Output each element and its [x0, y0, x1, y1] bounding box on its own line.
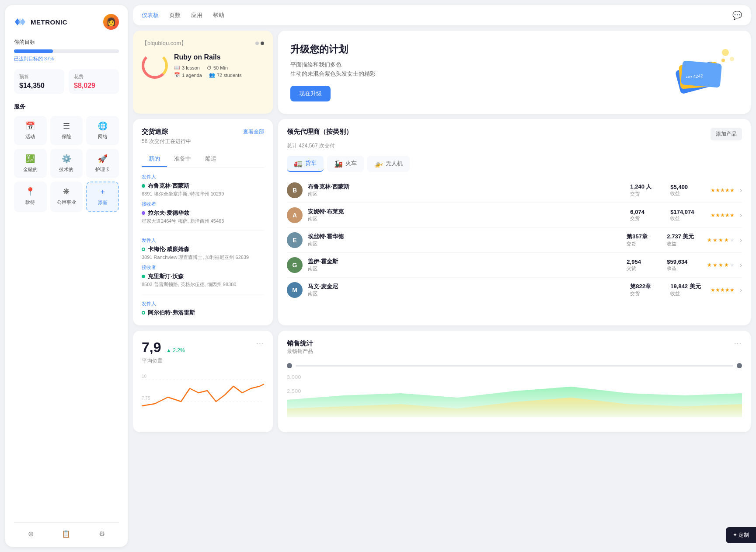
- slider-left-thumb[interactable]: [287, 363, 292, 368]
- dot-1: [255, 42, 259, 45]
- receiver-name-2: 克里斯汀·沃森: [142, 273, 264, 280]
- tab-truck[interactable]: 🚛 货车: [287, 156, 324, 172]
- tab-drone[interactable]: 🚁 无人机: [367, 156, 410, 172]
- stat-card-header: 7,9 ▲ 2.2% ···: [142, 339, 264, 356]
- service-name-tech: 技术的: [59, 166, 73, 173]
- agent-stat-trans-1: 1,240 人 交货: [630, 183, 665, 197]
- insurance-icon: ☰: [63, 121, 70, 131]
- agent-stat-trans-5: 第822章 交货: [630, 283, 665, 297]
- agents-card: 领先代理商（按类别） 添加产品 总计 424,567 次交付 🚛 货车 🚂 火车…: [278, 119, 751, 325]
- agents-title-text: 领先代理商（按类别）: [287, 128, 352, 136]
- tab-shipping[interactable]: 船运: [198, 151, 223, 167]
- upgrade-visual: •••• 4242: [669, 44, 739, 101]
- upgrade-card: 升级您的计划 平面描绘和我们多色 生动的未混合紫色头发女士的精彩 现在升级 ••…: [278, 31, 751, 114]
- delivery-card: 交货追踪 查看全部 56 次交付正在进行中 新的 准备中 船运 发件人 布鲁克林…: [133, 119, 273, 325]
- nav-pages[interactable]: 页数: [169, 11, 181, 19]
- nav-help[interactable]: 帮助: [213, 11, 224, 19]
- agent-name-3: 埃丝特·霍华德: [308, 233, 621, 241]
- agent-rev-lbl-4: 收益: [667, 265, 702, 272]
- sender-label-1: 发件人: [142, 174, 264, 180]
- agent-region-1: 南区: [308, 191, 625, 197]
- agent-rev-val-5: 19,842 美元: [670, 283, 705, 290]
- upgrade-button[interactable]: 现在升级: [290, 86, 331, 101]
- agent-rev-lbl-2: 收益: [670, 215, 705, 222]
- agent-stat-rev-1: $5,400 收益: [670, 184, 705, 197]
- svg-text:2,500: 2,500: [287, 388, 301, 393]
- agent-trans-val-2: 6,074: [630, 209, 665, 215]
- agent-arrow-5[interactable]: ›: [740, 286, 742, 293]
- tab-train[interactable]: 🚂 火车: [327, 156, 364, 172]
- row-2: 交货追踪 查看全部 56 次交付正在进行中 新的 准备中 船运 发件人 布鲁克林…: [133, 119, 751, 325]
- stat-more-icon[interactable]: ···: [256, 339, 264, 346]
- status-dot-1: [142, 184, 145, 188]
- lesson-icon: 📖: [174, 65, 180, 70]
- delivery-item-3: 发件人 阿尔伯特·弗洛雷斯: [142, 300, 264, 317]
- agent-arrow-2[interactable]: ›: [740, 212, 742, 219]
- agent-info-1: 布鲁克林·西蒙斯 南区: [308, 183, 625, 197]
- settings-icon[interactable]: ⚙: [99, 530, 105, 538]
- service-item-network[interactable]: 🌐 网络: [86, 116, 119, 145]
- receiver-section-1: 接收者 拉尔夫·爱德华兹 星家大道2464号 梅萨, 新泽西州 45463: [142, 201, 264, 224]
- goal-section: 你的目标 已达到目标的 37%: [14, 38, 119, 62]
- agent-arrow-4[interactable]: ›: [740, 262, 742, 269]
- course-info: Ruby on Rails 📖 3 lesson ⏱ 50 Min: [174, 53, 264, 78]
- sales-chart: 3,000 2,500: [287, 374, 742, 417]
- students-icon: 👥: [209, 72, 215, 78]
- budget-value: $14,350: [19, 82, 59, 90]
- service-item-tech[interactable]: ⚙️ 技术的: [50, 149, 83, 178]
- avatar[interactable]: 👩: [103, 14, 119, 30]
- agents-table: B 布鲁克林·西蒙斯 南区 1,240 人 交货 $5,400 收益 ★★★★★…: [287, 178, 742, 302]
- delivery-link[interactable]: 查看全部: [243, 128, 264, 136]
- message-icon[interactable]: 💬: [732, 10, 742, 20]
- sales-title-group: 销售统计 最畅销产品: [287, 339, 313, 361]
- topnav-links: 仪表板 页数 应用 帮助: [142, 11, 224, 19]
- topnav: 仪表板 页数 应用 帮助 💬: [133, 5, 751, 25]
- receiver-address-1: 星家大道2464号 梅萨, 新泽西州 45463: [142, 218, 264, 224]
- layers-icon[interactable]: ⊕: [28, 530, 34, 538]
- service-name-utility: 公用事业: [57, 199, 76, 206]
- agent-row-1: B 布鲁克林·西蒙斯 南区 1,240 人 交货 $5,400 收益 ★★★★★…: [287, 178, 742, 203]
- agent-trans-lbl-2: 交货: [630, 215, 665, 222]
- course-circle: [142, 52, 168, 79]
- agent-row-5: M 马文·麦金尼 南区 第822章 交货 19,842 美元 收益 ★★★★★ …: [287, 278, 742, 302]
- document-icon[interactable]: 📋: [62, 530, 70, 538]
- receiver-label-2: 接收者: [142, 264, 264, 271]
- agent-stat-rev-5: 19,842 美元 收益: [670, 283, 705, 297]
- svg-point-3: [722, 49, 729, 56]
- service-item-finance[interactable]: 💹 金融的: [14, 149, 47, 178]
- delivery-subtitle: 56 次交付正在进行中: [142, 138, 264, 145]
- service-item-hospitality[interactable]: 📍 款待: [14, 182, 47, 212]
- agent-avatar-2: A: [287, 207, 303, 223]
- agents-header: 领先代理商（按类别） 添加产品: [287, 128, 742, 140]
- service-name-insurance: 保险: [62, 133, 71, 140]
- tab-new[interactable]: 新的: [142, 151, 167, 167]
- agent-stars-2: ★★★★★: [711, 212, 735, 218]
- agents-tabs: 🚛 货车 🚂 火车 🚁 无人机: [287, 156, 742, 172]
- course-meta: 📖 3 lesson ⏱ 50 Min 📅 1 agenda: [174, 65, 264, 78]
- agent-info-2: 安妮特·布莱克 南区: [308, 208, 625, 222]
- students-meta: 👥 72 students: [209, 72, 242, 78]
- add-product-button[interactable]: 添加产品: [711, 128, 742, 140]
- customize-button[interactable]: ✦ 定制: [726, 527, 756, 543]
- service-item-insurance[interactable]: ☰ 保险: [50, 116, 83, 145]
- agent-avatar-5: M: [287, 282, 303, 298]
- stat-chart: 10 7.75: [142, 371, 264, 423]
- slider-right-thumb[interactable]: [737, 363, 742, 368]
- service-item-activity[interactable]: 📅 活动: [14, 116, 47, 145]
- sales-more-icon[interactable]: ···: [734, 339, 742, 346]
- service-name-add: 添新: [98, 199, 108, 206]
- agent-arrow-1[interactable]: ›: [740, 187, 742, 194]
- budget-row: 预算 $14,350 花费 $8,029: [14, 69, 119, 94]
- tab-preparing[interactable]: 准备中: [167, 151, 198, 167]
- service-item-care[interactable]: 🚀 护理卡: [86, 149, 119, 178]
- service-item-utility[interactable]: ❋ 公用事业: [50, 182, 83, 212]
- service-item-add[interactable]: + 添新: [86, 182, 119, 212]
- goal-label: 你的目标: [14, 38, 119, 46]
- nav-apps[interactable]: 应用: [191, 11, 202, 19]
- agent-arrow-3[interactable]: ›: [740, 237, 742, 244]
- agent-stat-rev-2: $174,074 收益: [670, 209, 705, 222]
- agent-stat-trans-4: 2,954 交货: [627, 259, 662, 272]
- agenda-meta: 📅 1 agenda: [174, 72, 202, 78]
- nav-dashboard[interactable]: 仪表板: [142, 11, 159, 19]
- sender-label-3: 发件人: [142, 300, 264, 307]
